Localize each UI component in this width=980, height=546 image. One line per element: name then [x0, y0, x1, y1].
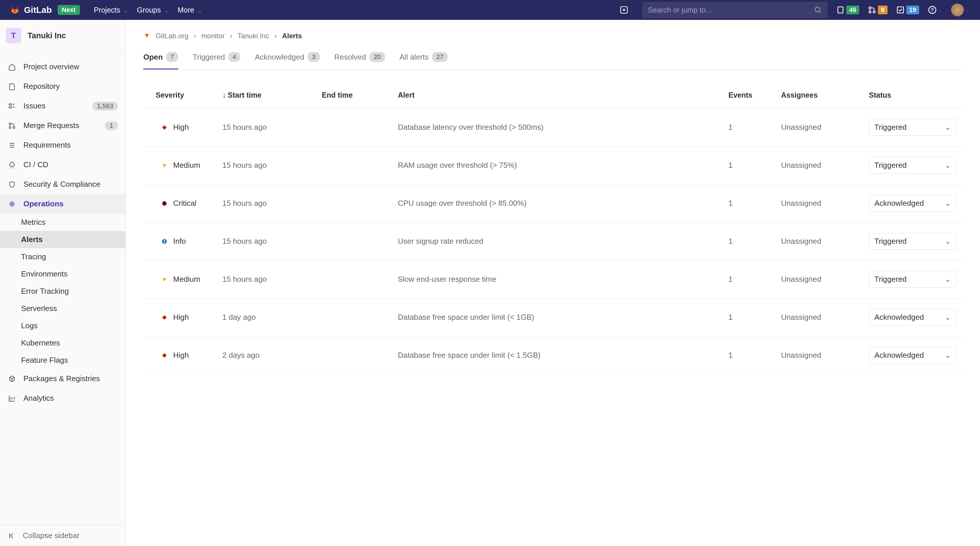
breadcrumb-item[interactable]: Tanuki Inc — [237, 32, 269, 40]
assignees: Unassigned — [781, 313, 869, 322]
status-mrs[interactable]: 9 — [868, 6, 887, 14]
tab-open[interactable]: Open7 — [143, 52, 178, 70]
tabs: Open7Triggered4Acknowledged3Resolved20Al… — [143, 52, 963, 70]
start-time: 15 hours ago — [222, 161, 322, 170]
alert-title: RAM usage over threshold (> 75%) — [398, 161, 729, 170]
severity-label: Medium — [173, 275, 200, 284]
breadcrumb-item[interactable]: monitor — [201, 32, 225, 40]
sidebar-item-issues[interactable]: Issues1,563 — [0, 96, 126, 116]
project-avatar: T — [6, 28, 21, 43]
severity-label: Critical — [173, 199, 196, 208]
sidebar-item-label: Project overview — [24, 62, 79, 71]
assignees: Unassigned — [781, 275, 869, 284]
svg-rect-20 — [162, 353, 167, 358]
sidebar-item-packages-registries[interactable]: Packages & Registries — [0, 369, 126, 389]
sidebar-item-operations[interactable]: Operations — [0, 194, 126, 214]
alert-title: Database latency over threshold (> 500ms… — [398, 123, 729, 132]
sidebar-item-analytics[interactable]: Analytics — [0, 389, 126, 408]
col-status[interactable]: Status — [869, 91, 963, 99]
sidebar-sub-item-kubernetes[interactable]: Kubernetes — [0, 334, 126, 352]
sidebar-sub-item-error-tracking[interactable]: Error Tracking — [0, 283, 126, 300]
nav-more[interactable]: More⌄ — [178, 6, 203, 14]
status-dropdown[interactable]: Triggered⌄ — [869, 119, 956, 136]
status-dropdown[interactable]: Acknowledged⌄ — [869, 347, 956, 363]
chevron-down-icon: ⌄ — [966, 7, 969, 13]
breadcrumb: GitLab.org › monitor › Tanuki Inc › Aler… — [143, 32, 963, 40]
severity-label: Medium — [173, 161, 200, 170]
nav-groups[interactable]: Groups⌄ — [137, 6, 169, 14]
col-severity[interactable]: Severity — [143, 91, 222, 99]
col-end-time[interactable]: End time — [322, 91, 398, 99]
layout: T Tanuki Inc Project overviewRepositoryI… — [0, 20, 980, 546]
nav-projects[interactable]: Projects⌄ — [94, 6, 129, 14]
breadcrumb-item[interactable]: GitLab.org — [156, 32, 188, 40]
tab-acknowledged[interactable]: Acknowledged3 — [255, 52, 320, 70]
severity-label: Info — [173, 237, 186, 246]
help-menu[interactable]: ? ⌄ — [928, 6, 942, 14]
events-count: 1 — [729, 351, 781, 360]
logo-wrap[interactable]: GitLab Next — [11, 5, 80, 15]
table-row[interactable]: Medium 15 hours ago Slow end-user respon… — [143, 260, 963, 298]
project-header[interactable]: T Tanuki Inc — [0, 20, 126, 52]
col-alert[interactable]: Alert — [398, 91, 729, 99]
sidebar-count: 1,563 — [92, 102, 118, 111]
status-dropdown[interactable]: Triggered⌄ — [869, 233, 956, 250]
sidebar-nav: Project overviewRepositoryIssues1,563Mer… — [0, 52, 126, 525]
status-issues[interactable]: 19 — [896, 6, 919, 14]
user-menu[interactable]: ⌄ — [951, 3, 969, 16]
table-row[interactable]: Info 15 hours ago User signup rate reduc… — [143, 222, 963, 260]
status-todos[interactable]: 46 — [836, 6, 859, 14]
sidebar-sub-item-alerts[interactable]: Alerts — [0, 231, 126, 248]
status-dropdown[interactable]: Triggered⌄ — [869, 157, 956, 174]
chevron-down-icon: ⌄ — [945, 275, 951, 284]
merge-icon — [868, 6, 876, 14]
project-name: Tanuki Inc — [27, 31, 66, 40]
table-row[interactable]: Critical 15 hours ago CPU usage over thr… — [143, 184, 963, 222]
svg-point-14 — [11, 203, 13, 205]
sidebar-item-merge-requests[interactable]: Merge Requests1 — [0, 116, 126, 135]
status-dropdown[interactable]: Acknowledged⌄ — [869, 309, 956, 325]
sidebar-sub-item-tracing[interactable]: Tracing — [0, 248, 126, 265]
start-time: 15 hours ago — [222, 237, 322, 246]
alerts-table: Severity ↓Start time End time Alert Even… — [143, 86, 963, 375]
svg-rect-10 — [9, 106, 11, 108]
table-row[interactable]: High 15 hours ago Database latency over … — [143, 108, 963, 146]
table-row[interactable]: High 1 day ago Database free space under… — [143, 298, 963, 336]
status-label: Acknowledged — [874, 313, 924, 322]
col-start-time[interactable]: ↓Start time — [222, 91, 322, 99]
severity-label: High — [173, 313, 189, 322]
col-events[interactable]: Events — [729, 91, 781, 99]
severity-high-icon — [160, 313, 169, 322]
sidebar-sub-item-feature-flags[interactable]: Feature Flags — [0, 352, 126, 369]
sidebar-sub-item-environments[interactable]: Environments — [0, 265, 126, 283]
tab-all-alerts[interactable]: All alerts27 — [399, 52, 448, 70]
status-dropdown[interactable]: Triggered⌄ — [869, 271, 956, 287]
search-box[interactable] — [642, 2, 827, 18]
tab-resolved[interactable]: Resolved20 — [334, 52, 385, 70]
sidebar-sub-item-serverless[interactable]: Serverless — [0, 300, 126, 317]
gitlab-logo-icon — [143, 32, 150, 40]
col-assignees[interactable]: Assignees — [781, 91, 869, 99]
chevron-down-icon: ⌄ — [945, 199, 951, 208]
sidebar-sub-item-metrics[interactable]: Metrics — [0, 214, 126, 231]
sidebar-sub-item-logs[interactable]: Logs — [0, 317, 126, 334]
chevron-down-icon: ⌄ — [945, 351, 951, 360]
search-input[interactable] — [648, 6, 814, 14]
collapse-sidebar[interactable]: Collapse sidebar — [0, 525, 126, 546]
start-time: 15 hours ago — [222, 123, 322, 132]
status-dropdown[interactable]: Acknowledged⌄ — [869, 195, 956, 212]
sidebar-item-requirements[interactable]: Requirements — [0, 135, 126, 155]
tab-count: 27 — [432, 52, 447, 62]
table-row[interactable]: Medium 15 hours ago RAM usage over thres… — [143, 146, 963, 184]
tab-count: 20 — [369, 52, 385, 62]
issue-icon — [8, 102, 16, 111]
sidebar-item-security-compliance[interactable]: Security & Compliance — [0, 175, 126, 194]
chevron-down-icon: ⌄ — [945, 123, 951, 132]
sidebar-item-ci-cd[interactable]: CI / CD — [0, 155, 126, 175]
sidebar-item-project-overview[interactable]: Project overview — [0, 57, 126, 76]
sidebar-item-repository[interactable]: Repository — [0, 76, 126, 96]
tab-triggered[interactable]: Triggered4 — [193, 52, 240, 70]
table-row[interactable]: High 2 days ago Database free space unde… — [143, 336, 963, 375]
tab-label: Triggered — [193, 52, 225, 62]
new-menu[interactable]: ⌄ — [620, 6, 633, 14]
